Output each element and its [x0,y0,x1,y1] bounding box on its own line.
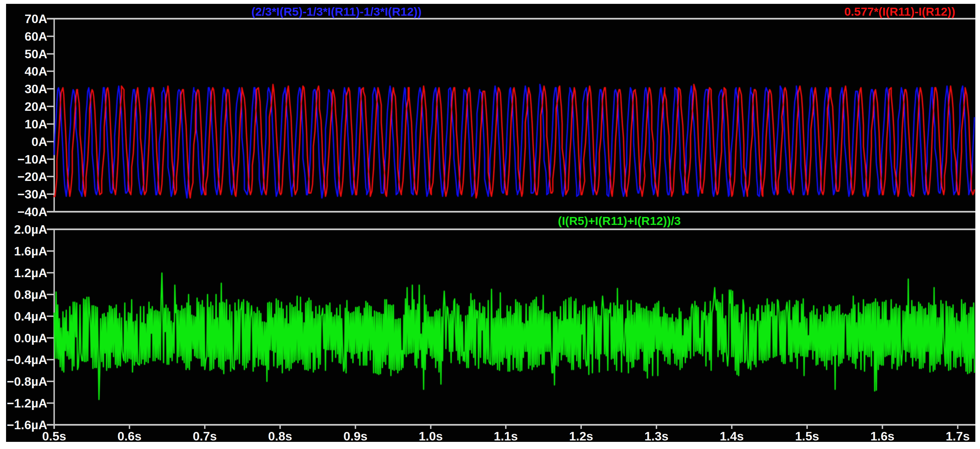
svg-text:1.4s: 1.4s [720,429,744,443]
svg-text:0.6s: 0.6s [118,429,142,443]
svg-text:0.8µA: 0.8µA [14,288,47,302]
svg-text:0.577*(I(R11)-I(R12)): 0.577*(I(R11)-I(R12)) [844,5,955,18]
svg-text:0.9s: 0.9s [344,429,368,443]
svg-text:1.5s: 1.5s [795,429,819,443]
svg-text:0.0µA: 0.0µA [14,331,47,345]
svg-text:−1.6µA: −1.6µA [7,418,47,432]
svg-text:50A: 50A [24,47,47,61]
svg-text:1.7s: 1.7s [946,429,970,443]
svg-text:70A: 70A [24,12,47,26]
svg-text:20A: 20A [24,100,47,113]
svg-text:2.0µA: 2.0µA [14,223,47,236]
svg-text:1.2µA: 1.2µA [14,266,47,280]
svg-text:−40A: −40A [18,205,47,219]
svg-text:1.6µA: 1.6µA [14,244,47,258]
svg-text:0.7s: 0.7s [193,429,217,443]
svg-text:1.2s: 1.2s [569,429,593,443]
svg-text:60A: 60A [24,29,47,43]
svg-text:1.0s: 1.0s [418,429,443,443]
svg-text:10A: 10A [24,117,47,131]
svg-text:0.5s: 0.5s [42,429,66,443]
svg-text:(2/3*I(R5)-1/3*I(R11)-1/3*I(R1: (2/3*I(R5)-1/3*I(R11)-1/3*I(R12)) [251,5,422,18]
svg-text:0.8s: 0.8s [268,429,292,443]
svg-text:−30A: −30A [18,187,47,201]
svg-text:30A: 30A [24,82,47,96]
svg-text:−10A: −10A [18,152,47,166]
svg-text:−0.4µA: −0.4µA [7,353,47,367]
svg-text:−1.2µA: −1.2µA [7,396,47,410]
svg-text:−0.8µA: −0.8µA [7,374,47,388]
svg-text:0A: 0A [31,135,47,149]
svg-text:(I(R5)+I(R11)+I(R12))/3: (I(R5)+I(R11)+I(R12))/3 [558,214,681,228]
svg-text:1.6s: 1.6s [870,429,894,443]
svg-text:40A: 40A [24,64,47,78]
svg-text:1.3s: 1.3s [644,429,668,443]
svg-text:0.4µA: 0.4µA [14,309,47,323]
svg-text:1.1s: 1.1s [494,429,518,443]
svg-text:−20A: −20A [18,170,47,184]
